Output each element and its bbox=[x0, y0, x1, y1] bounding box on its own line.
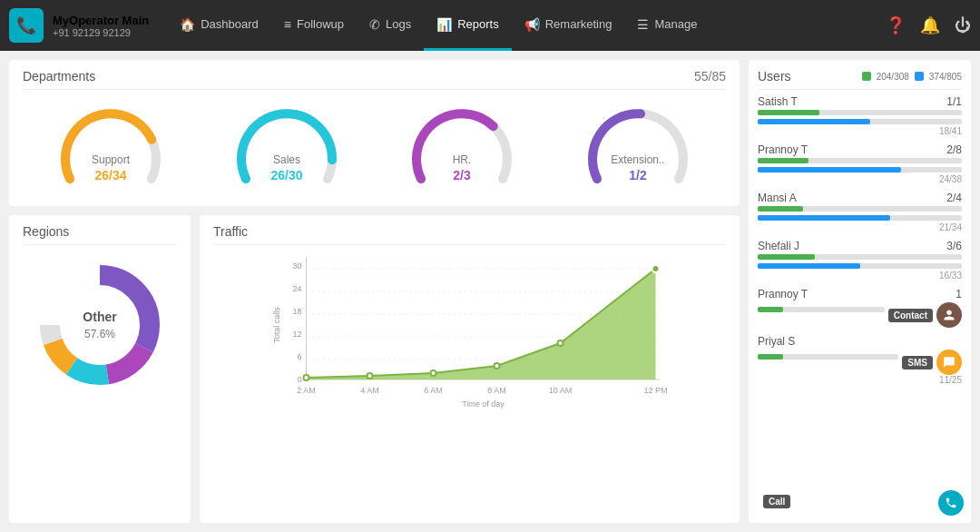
user-satish-stat2: 18/41 bbox=[758, 126, 962, 136]
user-shefali-name: Shefali J bbox=[758, 240, 799, 252]
nav-followup[interactable]: ≡ Followup bbox=[271, 0, 357, 51]
svg-text:Sales: Sales bbox=[273, 153, 300, 166]
bar-green-prannoy2 bbox=[758, 307, 783, 312]
departments-header: Departments 55/85 bbox=[23, 69, 726, 90]
user-prannoy1-row: Prannoy T 2/8 bbox=[758, 143, 962, 156]
svg-marker-36 bbox=[307, 269, 656, 379]
user-mansi-bars bbox=[758, 206, 962, 222]
nav-reports[interactable]: 📊 Reports bbox=[424, 0, 512, 51]
user-prannoy1-bars bbox=[758, 158, 962, 174]
prannoy2-actions: Contact bbox=[758, 302, 962, 328]
traffic-header: Traffic bbox=[213, 224, 726, 245]
bar-blue-prannoy1 bbox=[758, 167, 901, 172]
prannoy2-bars bbox=[758, 307, 885, 323]
dashboard-icon: 🏠 bbox=[180, 17, 195, 32]
svg-point-42 bbox=[652, 265, 660, 272]
sms-icon-yellow[interactable] bbox=[936, 350, 962, 375]
nav-dashboard-label: Dashboard bbox=[201, 17, 259, 31]
users-panel: Users 204/308 374/805 Satish T 1/1 bbox=[749, 60, 971, 523]
user-item-mansi: Mansi A 2/4 21/34 bbox=[758, 192, 962, 232]
nav-logs-label: Logs bbox=[386, 17, 411, 31]
nav-reports-label: Reports bbox=[457, 17, 499, 31]
nav-manage[interactable]: ☰ Manage bbox=[624, 0, 710, 51]
user-prannoy1-stat2: 24/38 bbox=[758, 174, 962, 184]
company-name: MyOperator Main bbox=[53, 14, 149, 27]
bottom-row: Regions bbox=[9, 215, 740, 523]
svg-text:30: 30 bbox=[292, 261, 301, 271]
bell-icon[interactable]: 🔔 bbox=[920, 15, 940, 35]
user-shefali-stat2: 16/33 bbox=[758, 271, 962, 281]
priyal-bars bbox=[758, 354, 898, 370]
regions-section: Regions bbox=[9, 215, 191, 523]
svg-text:10 AM: 10 AM bbox=[549, 386, 573, 395]
nav-followup-label: Followup bbox=[297, 17, 344, 31]
traffic-chart: 0 6 12 18 24 30 2 AM bbox=[213, 252, 726, 389]
regions-header: Regions bbox=[23, 224, 177, 245]
user-priyal-name: Priyal S bbox=[758, 335, 795, 348]
gauge-hr: HR. 2/3 bbox=[407, 106, 516, 188]
user-mansi-stat: 2/4 bbox=[946, 192, 962, 204]
header-actions: ❓ 🔔 ⏻ bbox=[886, 15, 971, 35]
svg-text:Time of day: Time of day bbox=[462, 399, 505, 409]
call-button[interactable]: Call bbox=[763, 495, 790, 508]
user-prannoy2-name: Prannoy T bbox=[758, 288, 808, 300]
legend-green-dot bbox=[862, 72, 871, 81]
logo-text: MyOperator Main +91 92129 92129 bbox=[53, 14, 149, 38]
call-icon-teal[interactable] bbox=[938, 490, 964, 516]
left-panel: Departments 55/85 Support 26/34 bbox=[9, 60, 740, 523]
nav-remarketing[interactable]: 📢 Remarketing bbox=[512, 0, 625, 51]
nav-logs[interactable]: ✆ Logs bbox=[357, 0, 424, 51]
nav-remarketing-label: Remarketing bbox=[545, 17, 612, 31]
departments-count: 55/85 bbox=[694, 69, 726, 84]
user-prannoy2-row: Prannoy T 1 bbox=[758, 288, 962, 300]
svg-point-41 bbox=[558, 340, 564, 346]
user-item-satish: Satish T 1/1 18/41 bbox=[758, 95, 962, 136]
main-nav: 🏠 Dashboard ≡ Followup ✆ Logs 📊 Reports … bbox=[167, 0, 886, 51]
gauge-support: Support 26/34 bbox=[56, 106, 165, 188]
followup-icon: ≡ bbox=[284, 17, 291, 32]
user-priyal-stat2: 11/25 bbox=[758, 375, 962, 385]
svg-text:8 AM: 8 AM bbox=[487, 386, 506, 395]
legend-blue-dot bbox=[915, 72, 924, 81]
bar-green-priyal bbox=[758, 354, 783, 360]
user-item-prannoy2: Prannoy T 1 Contact bbox=[758, 288, 962, 328]
company-phone: +91 92129 92129 bbox=[53, 27, 149, 38]
legend-blue-label: 374/805 bbox=[929, 72, 962, 82]
traffic-section: Traffic 0 6 12 18 24 bbox=[200, 215, 740, 523]
user-prannoy1-name: Prannoy T bbox=[758, 143, 808, 156]
svg-text:Support: Support bbox=[92, 153, 131, 166]
gauge-sales: Sales 26/30 bbox=[232, 106, 341, 188]
contact-button[interactable]: Contact bbox=[888, 309, 933, 322]
bar-green-mansi bbox=[758, 206, 803, 212]
users-title: Users bbox=[758, 69, 791, 84]
gauge-extension: Extension.. 1/2 bbox=[583, 106, 692, 188]
svg-point-38 bbox=[368, 373, 373, 379]
user-mansi-name: Mansi A bbox=[758, 192, 797, 204]
svg-text:12: 12 bbox=[292, 330, 301, 339]
priyal-actions: SMS bbox=[758, 350, 962, 375]
sms-button[interactable]: SMS bbox=[902, 356, 933, 369]
svg-text:Extension..: Extension.. bbox=[611, 153, 664, 166]
header: 📞 MyOperator Main +91 92129 92129 🏠 Dash… bbox=[0, 0, 980, 51]
remarketing-icon: 📢 bbox=[524, 17, 540, 32]
user-item-prannoy1: Prannoy T 2/8 24/38 bbox=[758, 143, 962, 184]
svg-text:24: 24 bbox=[292, 284, 301, 293]
bar-green-shefali bbox=[758, 254, 815, 260]
user-satish-name: Satish T bbox=[758, 95, 798, 108]
contact-icon-brown[interactable] bbox=[936, 302, 962, 328]
reports-icon: 📊 bbox=[436, 17, 452, 32]
svg-text:Total calls: Total calls bbox=[272, 307, 281, 343]
user-mansi-row: Mansi A 2/4 bbox=[758, 192, 962, 204]
svg-text:26/34: 26/34 bbox=[94, 168, 126, 182]
svg-text:Other: Other bbox=[83, 310, 117, 324]
bar-blue-satish bbox=[758, 119, 870, 124]
power-icon[interactable]: ⏻ bbox=[955, 16, 971, 35]
user-priyal-row: Priyal S bbox=[758, 335, 962, 348]
user-prannoy2-stat: 1 bbox=[956, 288, 962, 300]
svg-text:2 AM: 2 AM bbox=[297, 386, 316, 395]
svg-text:1/2: 1/2 bbox=[629, 168, 647, 182]
help-icon[interactable]: ❓ bbox=[886, 15, 906, 35]
nav-dashboard[interactable]: 🏠 Dashboard bbox=[167, 0, 271, 51]
bar-blue-mansi bbox=[758, 215, 890, 221]
traffic-title: Traffic bbox=[213, 224, 248, 239]
